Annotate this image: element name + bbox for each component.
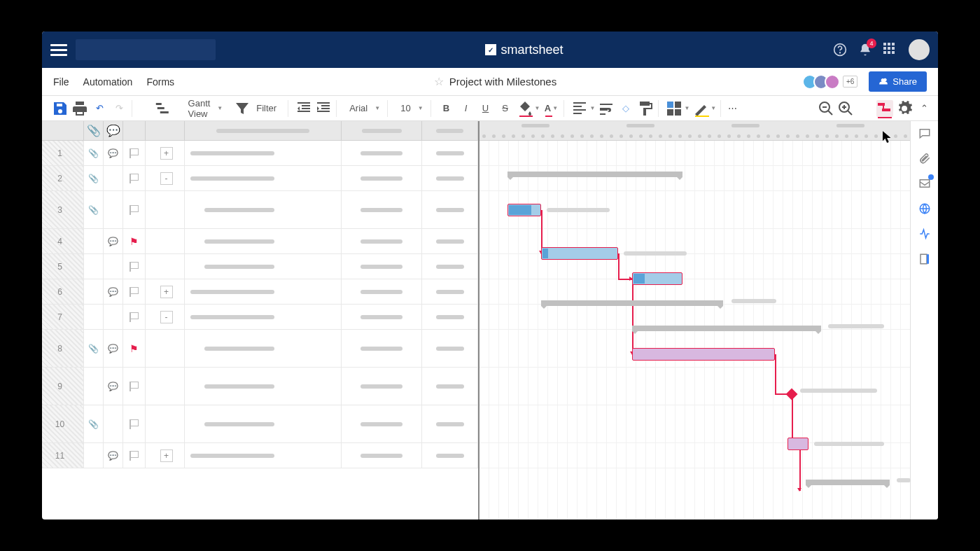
grid-row[interactable]: 4 💬 ⚑ — [42, 229, 478, 254]
flag-red-icon[interactable]: ⚑ — [130, 236, 139, 247]
row-attachment-icon[interactable]: 📎 — [84, 405, 104, 442]
flag-outline-icon[interactable] — [130, 419, 139, 429]
row-comment-icon[interactable] — [104, 305, 123, 329]
italic-icon[interactable]: I — [458, 100, 475, 117]
row-flag-cell[interactable]: ⚑ — [123, 229, 146, 253]
settings-gear-icon[interactable] — [896, 100, 913, 117]
zoom-in-icon[interactable] — [837, 100, 854, 117]
expand-toggle[interactable]: - — [160, 311, 173, 323]
row-flag-cell[interactable] — [123, 254, 146, 279]
task-col2-cell[interactable] — [342, 279, 422, 304]
view-switcher[interactable]: Gantt View ▼ — [139, 100, 227, 117]
task-col2-cell[interactable] — [342, 229, 422, 253]
row-attachment-icon[interactable]: 📎 — [84, 141, 104, 165]
header-col1[interactable] — [185, 121, 342, 140]
share-button[interactable]: Share — [869, 71, 927, 92]
row-flag-cell[interactable] — [123, 141, 146, 165]
font-family-select[interactable]: Arial ▼ — [344, 100, 383, 117]
undo-icon[interactable]: ↶ — [91, 100, 108, 117]
user-avatar[interactable] — [909, 39, 930, 60]
task-col3-cell[interactable] — [422, 305, 478, 329]
row-attachment-icon[interactable] — [84, 229, 104, 253]
task-col3-cell[interactable] — [422, 405, 478, 442]
gantt-summary-bar[interactable] — [632, 326, 821, 331]
flag-outline-icon[interactable] — [130, 205, 139, 215]
grid-row[interactable]: 7 - — [42, 305, 478, 330]
indent-icon[interactable] — [315, 100, 332, 117]
conditional-format-icon[interactable]: ▼ — [666, 100, 690, 117]
row-attachment-icon[interactable]: 📎 — [84, 330, 104, 367]
task-name-cell[interactable] — [185, 166, 342, 190]
row-comment-icon[interactable] — [104, 254, 123, 279]
header-comments-icon[interactable]: 💬 — [104, 121, 123, 140]
task-col3-cell[interactable] — [422, 279, 478, 304]
strikethrough-icon[interactable]: S — [497, 100, 514, 117]
baselines-icon[interactable] — [857, 100, 874, 117]
task-name-cell[interactable] — [185, 191, 342, 228]
menu-forms[interactable]: Forms — [146, 76, 174, 88]
row-attachment-icon[interactable] — [84, 254, 104, 279]
clear-format-icon[interactable]: ◇ — [617, 100, 634, 117]
header-attachments-icon[interactable]: 📎 — [84, 121, 104, 140]
row-comment-icon[interactable] — [104, 405, 123, 442]
task-name-cell[interactable] — [185, 229, 342, 253]
document-title[interactable]: Project with Milestones — [449, 76, 556, 88]
expand-toggle[interactable]: - — [160, 172, 173, 185]
row-flag-cell[interactable] — [123, 166, 146, 190]
row-flag-cell[interactable] — [123, 305, 146, 329]
task-col3-cell[interactable] — [422, 368, 478, 405]
apps-grid-icon[interactable] — [883, 43, 897, 57]
task-col2-cell[interactable] — [342, 368, 422, 405]
task-col2-cell[interactable] — [342, 330, 422, 367]
expand-toggle[interactable]: + — [160, 449, 173, 462]
flag-red-icon[interactable]: ⚑ — [130, 343, 139, 354]
star-icon[interactable]: ☆ — [434, 75, 444, 88]
row-attachment-icon[interactable] — [84, 305, 104, 329]
redo-icon[interactable]: ↷ — [111, 100, 127, 117]
task-col3-cell[interactable] — [422, 166, 478, 190]
task-name-cell[interactable] — [185, 443, 342, 468]
filter-button[interactable]: Filter — [230, 100, 284, 117]
row-attachment-icon[interactable] — [84, 279, 104, 304]
flag-outline-icon[interactable] — [130, 287, 139, 297]
task-col2-cell[interactable] — [342, 191, 422, 228]
gantt-task-bar[interactable] — [541, 247, 618, 260]
grid-row[interactable]: 10 📎 — [42, 405, 478, 443]
activity-log-icon[interactable] — [918, 228, 931, 240]
help-icon[interactable] — [833, 43, 847, 57]
row-comment-icon[interactable] — [104, 191, 123, 228]
flag-outline-icon[interactable] — [130, 312, 139, 322]
row-attachment-icon[interactable]: 📎 — [84, 166, 104, 190]
grid-body[interactable]: 1 📎 💬 + 2 📎 - 3 📎 4 💬 ⚑ — [42, 141, 478, 519]
task-name-cell[interactable] — [185, 279, 342, 304]
flag-outline-icon[interactable] — [130, 148, 139, 158]
header-col2[interactable] — [342, 121, 422, 140]
menu-file[interactable]: File — [53, 76, 69, 88]
row-comment-icon[interactable]: 💬 — [104, 229, 123, 253]
row-attachment-icon[interactable] — [84, 368, 104, 405]
collaborator-avatars[interactable]: +6 — [802, 74, 858, 90]
align-icon[interactable]: ▼ — [571, 100, 595, 117]
task-col3-cell[interactable] — [422, 141, 478, 165]
gantt-summary-bar[interactable] — [806, 480, 890, 485]
menu-automation[interactable]: Automation — [83, 76, 133, 88]
task-name-cell[interactable] — [185, 368, 342, 405]
gantt-summary-bar[interactable] — [541, 300, 723, 306]
flag-outline-icon[interactable] — [130, 382, 139, 391]
publish-icon[interactable] — [918, 202, 931, 215]
grid-row[interactable]: 9 💬 — [42, 368, 478, 405]
task-name-cell[interactable] — [185, 254, 342, 279]
proofs-icon[interactable] — [918, 177, 931, 190]
grid-row[interactable]: 8 📎 💬 ⚑ — [42, 330, 478, 368]
attachments-icon[interactable] — [918, 152, 931, 165]
highlight-icon[interactable]: ▼ — [692, 100, 716, 117]
gantt-summary-bar[interactable] — [507, 172, 682, 177]
format-painter-icon[interactable] — [637, 100, 654, 117]
row-comment-icon[interactable]: 💬 — [104, 279, 123, 304]
task-name-cell[interactable] — [185, 405, 342, 442]
gantt-task-bar[interactable] — [507, 204, 541, 216]
bold-icon[interactable]: B — [438, 100, 455, 117]
task-col3-cell[interactable] — [422, 330, 478, 367]
flag-outline-icon[interactable] — [130, 174, 139, 183]
more-icon[interactable]: ⋯ — [724, 100, 741, 117]
